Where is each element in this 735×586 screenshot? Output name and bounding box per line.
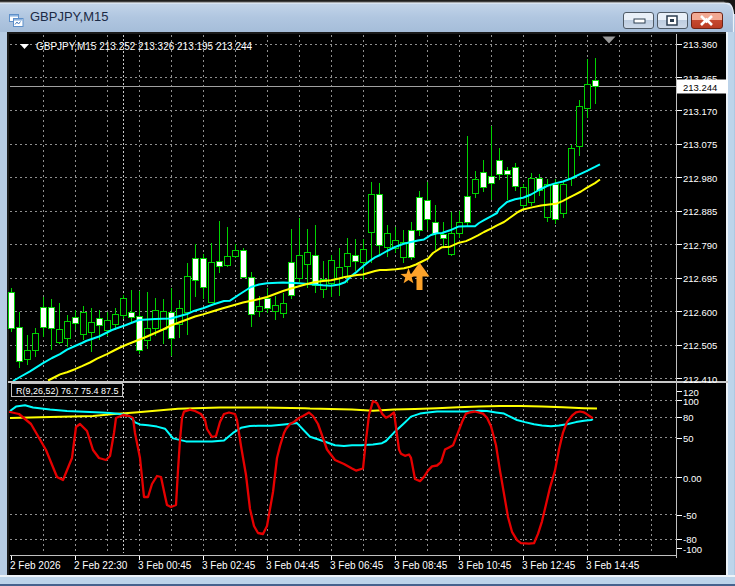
svg-text:212.885: 212.885: [683, 206, 717, 217]
svg-text:212.410: 212.410: [683, 374, 717, 385]
svg-text:212.980: 212.980: [683, 173, 717, 184]
svg-text:3 Feb 10:45: 3 Feb 10:45: [458, 560, 512, 571]
svg-text:2 Feb 2026: 2 Feb 2026: [10, 560, 61, 571]
svg-text:212.790: 212.790: [683, 240, 717, 251]
svg-text:213.244: 213.244: [683, 82, 717, 93]
svg-text:213.170: 213.170: [683, 106, 717, 117]
svg-text:-50: -50: [683, 510, 697, 521]
svg-text:213.360: 213.360: [683, 39, 717, 50]
svg-text:80: 80: [683, 412, 694, 423]
svg-text:R(9,26,52) 76.7 75.4 87.5: R(9,26,52) 76.7 75.4 87.5: [16, 386, 119, 396]
svg-text:0.00: 0.00: [683, 473, 702, 484]
svg-text:100: 100: [683, 396, 699, 407]
svg-text:212.695: 212.695: [683, 273, 717, 284]
svg-text:3 Feb 08:45: 3 Feb 08:45: [394, 560, 448, 571]
svg-text:3 Feb 12:45: 3 Feb 12:45: [522, 560, 576, 571]
svg-text:GBPJPY,M15 213.252 213.326 213: GBPJPY,M15 213.252 213.326 213.195 213.2…: [36, 41, 253, 52]
svg-text:-100: -100: [683, 544, 702, 555]
svg-text:3 Feb 00:45: 3 Feb 00:45: [138, 560, 192, 571]
svg-text:212.505: 212.505: [683, 340, 717, 351]
svg-text:3 Feb 06:45: 3 Feb 06:45: [330, 560, 384, 571]
svg-text:2 Feb 22:30: 2 Feb 22:30: [74, 560, 128, 571]
svg-text:3 Feb 02:45: 3 Feb 02:45: [202, 560, 256, 571]
svg-text:50: 50: [683, 433, 694, 444]
svg-text:212.600: 212.600: [683, 307, 717, 318]
svg-text:3 Feb 14:45: 3 Feb 14:45: [586, 560, 640, 571]
svg-text:3 Feb 04:45: 3 Feb 04:45: [266, 560, 320, 571]
svg-text:213.075: 213.075: [683, 139, 717, 150]
